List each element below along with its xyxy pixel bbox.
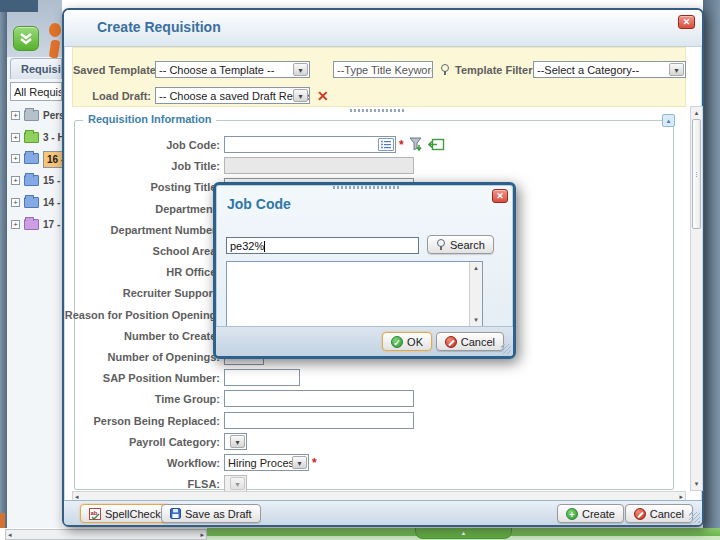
load-draft-select[interactable]: -- Choose a saved Draft Requisition -- ▾ — [155, 87, 310, 104]
footer-expander-tab[interactable]: ▲ — [415, 528, 512, 539]
ok-button[interactable]: ✓ OK — [382, 332, 432, 351]
title-keywords-input[interactable]: --Type Title Keyword(s)-- — [333, 61, 433, 78]
tree-expand-icon[interactable]: + — [11, 133, 20, 142]
tree-expand-icon[interactable]: + — [11, 154, 20, 163]
page-left-edge — [0, 0, 7, 528]
filter-icon[interactable] — [408, 137, 424, 152]
panel-splitter-handle[interactable] — [350, 109, 406, 112]
saved-templates-label: Saved Templates: — [73, 64, 151, 76]
field-label-department: Department: — [64, 203, 220, 215]
folder-icon — [24, 197, 39, 208]
tree-item[interactable]: +Perso — [7, 106, 62, 126]
tree-item[interactable]: +3 - H — [7, 128, 62, 148]
field-payroll_category-select[interactable]: ▾ — [224, 433, 247, 450]
spellcheck-button[interactable]: ab SpellCheck — [80, 504, 170, 523]
dialog-title: Create Requisition — [97, 19, 221, 35]
folder-icon — [24, 175, 39, 186]
field-label-recruiter_support: Recruiter Support: — [64, 287, 220, 299]
close-icon[interactable]: ✕ — [678, 15, 695, 29]
cancel-button[interactable]: Cancel — [436, 332, 504, 351]
jobcode-search-value: pe32% — [230, 240, 264, 252]
field-label-job_title: Job Title: — [64, 160, 220, 172]
tree-expand-icon[interactable]: + — [11, 176, 20, 185]
tree-item[interactable]: +17 - — [7, 215, 62, 235]
field-sap_position_number-input[interactable] — [224, 369, 300, 386]
search-label: Search — [450, 239, 485, 251]
sidebar-footer-fragment — [0, 513, 5, 528]
field-label-time_group: Time Group: — [64, 393, 220, 405]
jobcode-search-input[interactable]: pe32% — [226, 237, 419, 254]
job-code-lookup-button[interactable] — [378, 138, 394, 151]
scroll-left-icon[interactable]: ◂ — [8, 530, 12, 539]
folder-icon — [24, 110, 39, 121]
tree-item-label: 17 - — [43, 219, 62, 230]
requisition-filter-select[interactable]: All Requisitions — [10, 82, 62, 101]
tree-expand-icon[interactable]: + — [11, 111, 20, 120]
close-icon[interactable]: ✕ — [492, 189, 508, 203]
tree-item[interactable]: +14 - — [7, 193, 62, 213]
field-person_being_replaced-input[interactable] — [224, 412, 414, 429]
scroll-down-icon[interactable]: ▾ — [470, 315, 482, 325]
dialog-vertical-scrollbar[interactable]: ▴ ▾ — [690, 106, 703, 491]
dropdown-arrow-icon[interactable]: ▾ — [230, 477, 245, 490]
spellcheck-label: SpellCheck — [105, 508, 161, 520]
scroll-right-icon[interactable]: ▸ — [200, 530, 204, 539]
jobcode-search-button[interactable]: Search — [427, 235, 494, 254]
create-button[interactable]: + Create — [557, 504, 624, 523]
check-icon: ✓ — [391, 336, 403, 348]
tree-item[interactable]: +16 - — [7, 149, 62, 169]
page-horizontal-scrollbar[interactable]: ◂ ▸ — [5, 529, 207, 540]
field-time_group-input[interactable] — [224, 390, 414, 407]
jobcode-results-listbox[interactable]: ▴ ▾ — [226, 261, 483, 327]
field-control: ▾ — [224, 475, 247, 491]
field-label-department_number: Department Number: — [64, 224, 220, 236]
load-draft-value: -- Choose a saved Draft Requisition -- — [159, 90, 310, 102]
scroll-up-icon[interactable]: ▴ — [470, 263, 482, 273]
scroll-up-icon[interactable]: ▴ — [691, 108, 702, 118]
tree-expand-icon[interactable]: + — [11, 220, 20, 229]
field-control: * — [224, 136, 445, 153]
import-position-icon[interactable] — [428, 138, 445, 151]
field-workflow-value: Hiring Process — [228, 457, 300, 469]
tree-item-label: 14 - — [43, 197, 62, 208]
tab-requisitions[interactable]: Requisitions — [10, 58, 62, 79]
text-caret — [264, 241, 265, 252]
field-label-number_of_openings: Number of Openings: — [64, 351, 220, 363]
delete-draft-icon[interactable]: ✕ — [317, 88, 329, 104]
save-as-draft-button[interactable]: Save as Draft — [161, 504, 261, 523]
requisition-tree: +Perso+3 - H+16 -+15 -+14 -+17 - — [7, 100, 62, 240]
field-job_title-input[interactable] — [224, 157, 414, 174]
dropdown-arrow-icon[interactable]: ▾ — [292, 456, 307, 469]
field-workflow-select[interactable]: Hiring Process▾ — [224, 454, 309, 471]
field-control — [224, 369, 300, 386]
collapse-panel-button[interactable] — [13, 26, 39, 51]
page-right-edge — [703, 0, 720, 528]
form-row: FLSA:▾ — [64, 475, 686, 491]
search-icon[interactable] — [440, 64, 450, 75]
listbox-scrollbar[interactable]: ▴ ▾ — [469, 262, 482, 326]
field-job_code-input[interactable] — [224, 136, 396, 153]
folder-icon — [24, 219, 39, 230]
template-filters-select[interactable]: --Select a Category-- ▾ — [533, 61, 686, 78]
dropdown-arrow-icon[interactable]: ▾ — [230, 435, 245, 448]
saved-templates-value: -- Choose a Template -- — [159, 64, 274, 76]
form-row: Person Being Replaced: — [64, 412, 686, 431]
cancel-button[interactable]: Cancel — [625, 504, 693, 523]
job-code-dialog: ✕ Job Code pe32% Search ▴ ▾ ✓ OK Cancel — [213, 182, 516, 359]
tree-item-label: 15 - — [43, 175, 62, 186]
svg-text:ab: ab — [91, 510, 98, 516]
collapse-section-icon[interactable]: ▴ — [662, 114, 675, 127]
vertical-scroll-thumb[interactable] — [692, 119, 701, 229]
tree-expand-icon[interactable]: + — [11, 198, 20, 207]
dropdown-arrow-icon[interactable]: ▾ — [293, 89, 308, 102]
field-flsa-select[interactable]: ▾ — [224, 475, 247, 491]
dropdown-arrow-icon[interactable]: ▾ — [669, 63, 684, 76]
saved-templates-select[interactable]: -- Choose a Template -- ▾ — [155, 61, 310, 78]
dialog-drag-handle[interactable] — [333, 186, 399, 189]
ok-label: OK — [407, 336, 423, 348]
scroll-down-icon[interactable]: ▾ — [691, 479, 702, 489]
dialog-titlebar[interactable]: Create Requisition — [64, 10, 702, 47]
tree-item[interactable]: +15 - — [7, 171, 62, 191]
dropdown-arrow-icon[interactable]: ▾ — [293, 63, 308, 76]
page-top-corner — [0, 0, 38, 12]
